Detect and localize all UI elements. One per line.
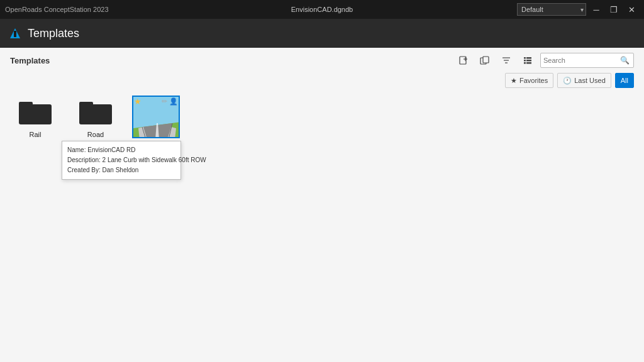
svg-rect-1 bbox=[14, 31, 16, 37]
folder-icon-road bbox=[77, 96, 114, 127]
new-template-icon bbox=[458, 55, 469, 65]
sort-filter-button[interactable] bbox=[497, 53, 515, 68]
svg-rect-15 bbox=[526, 62, 531, 64]
svg-rect-16 bbox=[19, 104, 52, 124]
restore-button[interactable]: ❐ bbox=[606, 3, 621, 16]
search-button[interactable]: 🔍 bbox=[619, 56, 631, 65]
app-header: Templates bbox=[0, 19, 644, 48]
tooltip-description: Description: 2 Lane Curb with Sidewalk 6… bbox=[67, 155, 175, 165]
last-used-filter-button[interactable]: 🕐 Last Used bbox=[557, 73, 611, 88]
template-tooltip: Name: EnvisionCAD RD Description: 2 Lane… bbox=[62, 141, 181, 180]
tooltip-creator: Created By: Dan Sheldon bbox=[67, 165, 175, 175]
workspace-dropdown[interactable]: Default bbox=[517, 3, 586, 16]
clock-icon: 🕐 bbox=[563, 77, 572, 85]
template-overlay-icons: ★ ✏ 👤 bbox=[132, 96, 180, 107]
star-icon: ★ bbox=[511, 77, 517, 85]
favorite-star-icon: ★ bbox=[134, 97, 142, 106]
section-label: Templates bbox=[10, 56, 50, 65]
svg-rect-18 bbox=[79, 104, 112, 124]
app-name-label: OpenRoads ConceptStation 2023 bbox=[5, 6, 109, 13]
svg-rect-6 bbox=[483, 57, 489, 63]
svg-rect-12 bbox=[524, 60, 526, 62]
folder-road-label: Road bbox=[87, 131, 104, 138]
search-box: 🔍 bbox=[540, 53, 634, 68]
svg-rect-14 bbox=[524, 62, 526, 64]
svg-rect-10 bbox=[524, 57, 526, 59]
svg-rect-13 bbox=[526, 60, 531, 62]
new-template-button[interactable] bbox=[455, 53, 472, 68]
tooltip-name: Name: EnvisionCAD RD bbox=[67, 145, 175, 155]
edit-pencil-icon: ✏ bbox=[162, 97, 167, 106]
sort-filter-icon bbox=[501, 55, 511, 65]
folder-icon-rail bbox=[16, 96, 54, 127]
folder-rail-label: Rail bbox=[30, 131, 42, 138]
items-area: Rail Road ★ ✏ 👤 bbox=[0, 90, 644, 153]
duplicate-icon bbox=[480, 55, 490, 65]
window-controls: Default ─ ❐ ✕ bbox=[517, 3, 639, 16]
filter-row: ★ Favorites 🕐 Last Used All bbox=[0, 73, 644, 90]
minimize-button[interactable]: ─ bbox=[589, 3, 604, 16]
close-button[interactable]: ✕ bbox=[624, 3, 639, 16]
svg-rect-17 bbox=[19, 102, 33, 107]
svg-rect-19 bbox=[79, 102, 93, 107]
shared-icon: 👤 bbox=[169, 97, 178, 106]
folder-item-road[interactable]: Road bbox=[70, 96, 121, 138]
page-title: Templates bbox=[28, 27, 79, 40]
app-logo-icon bbox=[8, 26, 23, 41]
title-bar: OpenRoads ConceptStation 2023 EnvisionCA… bbox=[0, 0, 644, 19]
toolbar: Templates bbox=[0, 48, 644, 73]
favorites-filter-button[interactable]: ★ Favorites bbox=[505, 73, 553, 88]
toolbar-right: 🔍 bbox=[455, 53, 634, 68]
workspace-dropdown-wrapper[interactable]: Default bbox=[517, 3, 586, 16]
main-content: Templates bbox=[0, 48, 644, 362]
list-view-button[interactable] bbox=[519, 53, 536, 68]
search-input[interactable] bbox=[543, 57, 619, 64]
all-filter-button[interactable]: All bbox=[615, 73, 634, 88]
list-view-icon bbox=[523, 55, 533, 65]
svg-rect-11 bbox=[526, 57, 531, 59]
folder-item-rail[interactable]: Rail bbox=[10, 96, 60, 138]
file-name-label: EnvisionCAD.dgndb bbox=[291, 6, 353, 13]
template-thumbnail: ★ ✏ 👤 bbox=[132, 96, 180, 138]
template-item-envisioncad-rd[interactable]: ★ ✏ 👤 bbox=[131, 96, 181, 148]
duplicate-button[interactable] bbox=[476, 53, 494, 68]
